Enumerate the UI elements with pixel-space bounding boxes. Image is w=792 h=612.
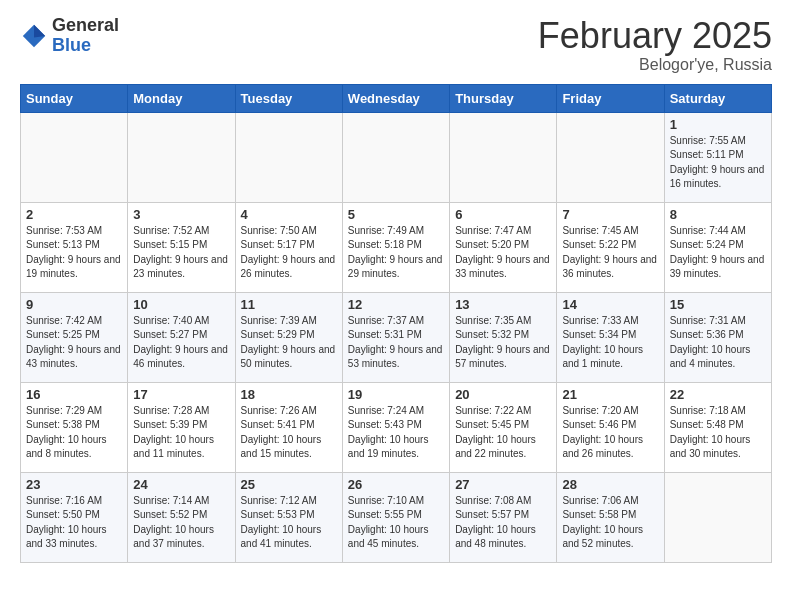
weekday-row: SundayMondayTuesdayWednesdayThursdayFrid… bbox=[21, 84, 772, 112]
day-cell bbox=[342, 112, 449, 202]
day-cell: 12Sunrise: 7:37 AM Sunset: 5:31 PM Dayli… bbox=[342, 292, 449, 382]
day-cell bbox=[21, 112, 128, 202]
day-cell: 9Sunrise: 7:42 AM Sunset: 5:25 PM Daylig… bbox=[21, 292, 128, 382]
calendar-table: SundayMondayTuesdayWednesdayThursdayFrid… bbox=[20, 84, 772, 563]
calendar-page: General Blue February 2025 Belogor'ye, R… bbox=[0, 0, 792, 579]
day-cell: 24Sunrise: 7:14 AM Sunset: 5:52 PM Dayli… bbox=[128, 472, 235, 562]
day-cell: 15Sunrise: 7:31 AM Sunset: 5:36 PM Dayli… bbox=[664, 292, 771, 382]
day-info: Sunrise: 7:14 AM Sunset: 5:52 PM Dayligh… bbox=[133, 494, 229, 552]
day-number: 28 bbox=[562, 477, 658, 492]
day-info: Sunrise: 7:08 AM Sunset: 5:57 PM Dayligh… bbox=[455, 494, 551, 552]
day-number: 16 bbox=[26, 387, 122, 402]
day-cell: 11Sunrise: 7:39 AM Sunset: 5:29 PM Dayli… bbox=[235, 292, 342, 382]
day-number: 11 bbox=[241, 297, 337, 312]
day-cell: 1Sunrise: 7:55 AM Sunset: 5:11 PM Daylig… bbox=[664, 112, 771, 202]
day-info: Sunrise: 7:20 AM Sunset: 5:46 PM Dayligh… bbox=[562, 404, 658, 462]
day-cell: 10Sunrise: 7:40 AM Sunset: 5:27 PM Dayli… bbox=[128, 292, 235, 382]
day-info: Sunrise: 7:18 AM Sunset: 5:48 PM Dayligh… bbox=[670, 404, 766, 462]
calendar-subtitle: Belogor'ye, Russia bbox=[538, 56, 772, 74]
day-number: 2 bbox=[26, 207, 122, 222]
day-cell bbox=[664, 472, 771, 562]
weekday-header-thursday: Thursday bbox=[450, 84, 557, 112]
header: General Blue February 2025 Belogor'ye, R… bbox=[20, 16, 772, 74]
day-number: 4 bbox=[241, 207, 337, 222]
day-cell: 17Sunrise: 7:28 AM Sunset: 5:39 PM Dayli… bbox=[128, 382, 235, 472]
day-cell bbox=[235, 112, 342, 202]
day-info: Sunrise: 7:26 AM Sunset: 5:41 PM Dayligh… bbox=[241, 404, 337, 462]
day-cell: 19Sunrise: 7:24 AM Sunset: 5:43 PM Dayli… bbox=[342, 382, 449, 472]
day-cell bbox=[557, 112, 664, 202]
day-info: Sunrise: 7:47 AM Sunset: 5:20 PM Dayligh… bbox=[455, 224, 551, 282]
day-number: 18 bbox=[241, 387, 337, 402]
day-cell: 23Sunrise: 7:16 AM Sunset: 5:50 PM Dayli… bbox=[21, 472, 128, 562]
logo: General Blue bbox=[20, 16, 119, 56]
day-cell bbox=[450, 112, 557, 202]
day-cell: 22Sunrise: 7:18 AM Sunset: 5:48 PM Dayli… bbox=[664, 382, 771, 472]
day-info: Sunrise: 7:28 AM Sunset: 5:39 PM Dayligh… bbox=[133, 404, 229, 462]
day-info: Sunrise: 7:39 AM Sunset: 5:29 PM Dayligh… bbox=[241, 314, 337, 372]
logo-icon bbox=[20, 22, 48, 50]
day-info: Sunrise: 7:12 AM Sunset: 5:53 PM Dayligh… bbox=[241, 494, 337, 552]
day-info: Sunrise: 7:35 AM Sunset: 5:32 PM Dayligh… bbox=[455, 314, 551, 372]
week-row-5: 23Sunrise: 7:16 AM Sunset: 5:50 PM Dayli… bbox=[21, 472, 772, 562]
day-cell: 21Sunrise: 7:20 AM Sunset: 5:46 PM Dayli… bbox=[557, 382, 664, 472]
day-number: 7 bbox=[562, 207, 658, 222]
day-cell: 18Sunrise: 7:26 AM Sunset: 5:41 PM Dayli… bbox=[235, 382, 342, 472]
calendar-header: SundayMondayTuesdayWednesdayThursdayFrid… bbox=[21, 84, 772, 112]
day-cell: 28Sunrise: 7:06 AM Sunset: 5:58 PM Dayli… bbox=[557, 472, 664, 562]
day-cell: 3Sunrise: 7:52 AM Sunset: 5:15 PM Daylig… bbox=[128, 202, 235, 292]
day-number: 6 bbox=[455, 207, 551, 222]
day-number: 25 bbox=[241, 477, 337, 492]
weekday-header-friday: Friday bbox=[557, 84, 664, 112]
day-cell: 8Sunrise: 7:44 AM Sunset: 5:24 PM Daylig… bbox=[664, 202, 771, 292]
day-number: 13 bbox=[455, 297, 551, 312]
day-cell: 14Sunrise: 7:33 AM Sunset: 5:34 PM Dayli… bbox=[557, 292, 664, 382]
title-block: February 2025 Belogor'ye, Russia bbox=[538, 16, 772, 74]
day-cell: 26Sunrise: 7:10 AM Sunset: 5:55 PM Dayli… bbox=[342, 472, 449, 562]
day-number: 24 bbox=[133, 477, 229, 492]
day-number: 20 bbox=[455, 387, 551, 402]
day-cell: 7Sunrise: 7:45 AM Sunset: 5:22 PM Daylig… bbox=[557, 202, 664, 292]
logo-text: General Blue bbox=[52, 16, 119, 56]
week-row-1: 1Sunrise: 7:55 AM Sunset: 5:11 PM Daylig… bbox=[21, 112, 772, 202]
day-number: 1 bbox=[670, 117, 766, 132]
day-cell: 25Sunrise: 7:12 AM Sunset: 5:53 PM Dayli… bbox=[235, 472, 342, 562]
weekday-header-sunday: Sunday bbox=[21, 84, 128, 112]
day-info: Sunrise: 7:44 AM Sunset: 5:24 PM Dayligh… bbox=[670, 224, 766, 282]
day-info: Sunrise: 7:33 AM Sunset: 5:34 PM Dayligh… bbox=[562, 314, 658, 372]
day-number: 14 bbox=[562, 297, 658, 312]
day-cell: 20Sunrise: 7:22 AM Sunset: 5:45 PM Dayli… bbox=[450, 382, 557, 472]
day-number: 22 bbox=[670, 387, 766, 402]
day-info: Sunrise: 7:50 AM Sunset: 5:17 PM Dayligh… bbox=[241, 224, 337, 282]
day-info: Sunrise: 7:55 AM Sunset: 5:11 PM Dayligh… bbox=[670, 134, 766, 192]
day-cell: 2Sunrise: 7:53 AM Sunset: 5:13 PM Daylig… bbox=[21, 202, 128, 292]
day-info: Sunrise: 7:40 AM Sunset: 5:27 PM Dayligh… bbox=[133, 314, 229, 372]
week-row-2: 2Sunrise: 7:53 AM Sunset: 5:13 PM Daylig… bbox=[21, 202, 772, 292]
day-cell: 6Sunrise: 7:47 AM Sunset: 5:20 PM Daylig… bbox=[450, 202, 557, 292]
day-number: 27 bbox=[455, 477, 551, 492]
day-number: 9 bbox=[26, 297, 122, 312]
day-info: Sunrise: 7:37 AM Sunset: 5:31 PM Dayligh… bbox=[348, 314, 444, 372]
week-row-4: 16Sunrise: 7:29 AM Sunset: 5:38 PM Dayli… bbox=[21, 382, 772, 472]
day-number: 26 bbox=[348, 477, 444, 492]
weekday-header-tuesday: Tuesday bbox=[235, 84, 342, 112]
day-number: 17 bbox=[133, 387, 229, 402]
day-info: Sunrise: 7:49 AM Sunset: 5:18 PM Dayligh… bbox=[348, 224, 444, 282]
day-number: 19 bbox=[348, 387, 444, 402]
weekday-header-saturday: Saturday bbox=[664, 84, 771, 112]
day-info: Sunrise: 7:45 AM Sunset: 5:22 PM Dayligh… bbox=[562, 224, 658, 282]
day-info: Sunrise: 7:22 AM Sunset: 5:45 PM Dayligh… bbox=[455, 404, 551, 462]
weekday-header-wednesday: Wednesday bbox=[342, 84, 449, 112]
weekday-header-monday: Monday bbox=[128, 84, 235, 112]
day-info: Sunrise: 7:31 AM Sunset: 5:36 PM Dayligh… bbox=[670, 314, 766, 372]
day-number: 12 bbox=[348, 297, 444, 312]
day-info: Sunrise: 7:53 AM Sunset: 5:13 PM Dayligh… bbox=[26, 224, 122, 282]
day-info: Sunrise: 7:29 AM Sunset: 5:38 PM Dayligh… bbox=[26, 404, 122, 462]
day-info: Sunrise: 7:06 AM Sunset: 5:58 PM Dayligh… bbox=[562, 494, 658, 552]
day-cell: 16Sunrise: 7:29 AM Sunset: 5:38 PM Dayli… bbox=[21, 382, 128, 472]
day-cell: 5Sunrise: 7:49 AM Sunset: 5:18 PM Daylig… bbox=[342, 202, 449, 292]
day-number: 15 bbox=[670, 297, 766, 312]
day-number: 8 bbox=[670, 207, 766, 222]
day-info: Sunrise: 7:42 AM Sunset: 5:25 PM Dayligh… bbox=[26, 314, 122, 372]
day-info: Sunrise: 7:10 AM Sunset: 5:55 PM Dayligh… bbox=[348, 494, 444, 552]
